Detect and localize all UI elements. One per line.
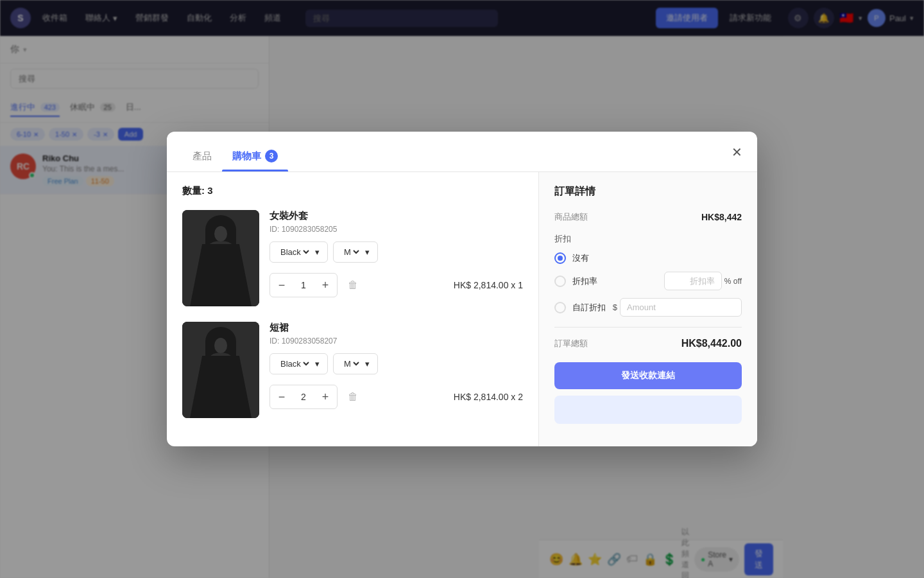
increase-qty-button-1[interactable]: + [316,276,334,294]
increase-qty-button-2[interactable]: + [316,388,334,406]
color-selector-1[interactable]: Black ▾ [270,241,328,263]
product-name-1: 女裝外套 [270,210,523,222]
discount-none-option[interactable]: 沒有 [554,252,742,264]
modal-tab-bar: 產品 購物車 3 [167,132,757,172]
product-details-2: 短裙 ID: 1090283058207 Black ▾ M [270,322,523,409]
svg-rect-2 [223,271,237,290]
discount-custom-option[interactable]: 自訂折扣 $ [554,298,742,317]
discount-title: 折扣 [554,233,742,245]
size-select-2[interactable]: M [341,358,361,369]
quantity-control-1: − 1 + [270,273,338,297]
order-total-label: 訂單總額 [554,338,588,349]
decrease-qty-button-1[interactable]: − [273,276,291,294]
color-chevron-icon: ▾ [315,247,320,257]
svg-point-3 [214,338,227,353]
order-details-panel: 訂單詳情 商品總額 HK$8,442 折扣 沒有 折扣率 [539,172,757,446]
svg-point-0 [214,226,227,241]
product-variant-1: Black ▾ M ▾ [270,241,523,263]
delete-product-icon-1[interactable]: 🗑 [348,279,358,291]
size-chevron-icon-2: ▾ [365,359,370,369]
product-id-1: ID: 1090283058205 [270,225,523,234]
qty-price-row-1: − 1 + 🗑 HK$ 2,814.00 x 1 [270,273,523,297]
qty-price-row-2: − 2 + 🗑 HK$ 2,814.00 x 2 [270,385,523,409]
dollar-prefix: $ [613,302,617,312]
size-selector-1[interactable]: M ▾ [333,241,378,263]
product-image-2 [182,322,259,418]
size-chevron-icon: ▾ [365,247,370,257]
size-selector-2[interactable]: M ▾ [333,353,378,374]
cart-product-item-1: 女裝外套 ID: 1090283058205 Black ▾ M [182,210,523,306]
cart-product-item-2: 短裙 ID: 1090283058207 Black ▾ M [182,322,523,418]
subtotal-label: 商品總額 [554,211,588,223]
product-silhouette-2 [182,322,259,418]
product-image-1 [182,210,259,306]
modal-close-button[interactable]: ✕ [726,142,747,162]
quantity-control-2: − 2 + [270,385,338,409]
shopping-cart-modal: ✕ 產品 購物車 3 數量: 3 [167,132,757,446]
percent-input-group: % off [664,272,742,290]
tab-cart[interactable]: 購物車 3 [222,144,288,171]
product-price-1: HK$ 2,814.00 x 1 [454,280,523,290]
color-select-1[interactable]: Black [278,247,311,258]
cart-products-panel: 數量: 3 女裝外套 ID: 1090283058205 [167,172,539,446]
svg-rect-1 [205,271,219,290]
discount-none-radio[interactable] [554,252,566,264]
secondary-action-area [554,396,742,424]
custom-amount-input-group: $ [613,298,742,317]
subtotal-row: 商品總額 HK$8,442 [554,211,742,223]
product-details-1: 女裝外套 ID: 1090283058205 Black ▾ M [270,210,523,297]
order-details-title: 訂單詳情 [554,185,742,198]
custom-amount-input[interactable] [620,298,742,317]
order-divider [554,327,742,328]
color-chevron-icon-2: ▾ [315,359,320,369]
size-select-1[interactable]: M [341,247,361,258]
discount-custom-label: 自訂折扣 [572,302,606,313]
discount-none-label: 沒有 [572,252,589,264]
product-price-2: HK$ 2,814.00 x 2 [454,392,523,402]
discount-custom-radio[interactable] [554,302,566,313]
order-total-row: 訂單總額 HK$8,442.00 [554,338,742,349]
discount-percent-radio[interactable] [554,276,566,287]
color-selector-2[interactable]: Black ▾ [270,353,328,374]
discount-section: 折扣 沒有 折扣率 % off [554,233,742,317]
order-total-value: HK$8,442.00 [681,338,742,349]
product-name-2: 短裙 [270,322,523,334]
percent-suffix: % off [724,277,742,286]
delete-product-icon-2[interactable]: 🗑 [348,391,358,403]
product-id-2: ID: 1090283058207 [270,337,523,346]
cart-badge: 3 [265,150,278,162]
discount-percent-label: 折扣率 [572,276,597,287]
product-variant-2: Black ▾ M ▾ [270,353,523,374]
subtotal-value: HK$8,442 [701,212,742,222]
send-payment-link-button[interactable]: 發送收款連結 [554,362,742,389]
decrease-qty-button-2[interactable]: − [273,388,291,406]
quantity-value-2: 2 [296,392,311,402]
cart-quantity-label: 數量: 3 [182,185,523,197]
tab-products[interactable]: 產品 [182,144,222,171]
product-silhouette-1 [182,210,259,306]
discount-percent-option[interactable]: 折扣率 % off [554,272,742,290]
quantity-value-1: 1 [296,280,311,290]
discount-percent-input[interactable] [664,272,722,290]
modal-body: 數量: 3 女裝外套 ID: 1090283058205 [167,172,757,446]
color-select-2[interactable]: Black [278,358,311,369]
svg-rect-4 [207,376,235,402]
